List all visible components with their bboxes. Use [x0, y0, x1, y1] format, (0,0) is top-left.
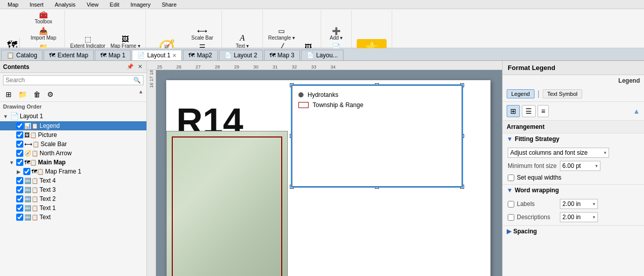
extent-indicator-button[interactable]: ⬚Extent Indicator — [68, 34, 107, 50]
tree-item-mapframe1[interactable]: ▶ 🗺📋 Map Frame 1 — [0, 167, 146, 176]
text-checkbox[interactable] — [16, 214, 23, 221]
set-equal-widths-label: Set equal widths — [517, 174, 561, 181]
tree-item-text1[interactable]: 🔤📋 Text 1 — [0, 203, 146, 213]
tree-item-text4[interactable]: 🔤📋 Text 4 — [0, 176, 146, 185]
close-panel-icon[interactable]: ✕ — [137, 63, 143, 71]
map-frame-button[interactable]: 🖼Map Frame ▾ — [108, 34, 142, 50]
tab-map3[interactable]: 🗺 Map 3 — [264, 50, 300, 60]
tree-item-text2[interactable]: 🔤📋 Text 2 — [0, 194, 146, 203]
tab-catalog[interactable]: 📋 Catalog — [1, 50, 43, 60]
ruler-vertical: 16 17 18 — [147, 70, 156, 276]
arrangement-section-header[interactable]: Arrangement — [503, 121, 644, 133]
picture-checkbox[interactable] — [16, 131, 23, 139]
search-icon: 🔍 — [133, 77, 141, 84]
legend-checkbox[interactable] — [16, 122, 23, 129]
canvas-area[interactable]: 25 26 27 28 29 30 31 32 33 34 16 17 18 R… — [147, 61, 502, 276]
legend-layout-icon2[interactable]: ☰ — [522, 105, 536, 117]
text2-checkbox[interactable] — [16, 195, 23, 202]
tab-share[interactable]: Share — [156, 0, 182, 9]
search-input[interactable] — [6, 77, 133, 84]
tree-item-northarrow[interactable]: 🧭📋 North Arrow — [0, 149, 146, 158]
descriptions-value-select[interactable]: 2.00 in ▾ — [560, 212, 598, 222]
contents-title: Contents — [3, 63, 29, 71]
options-icon[interactable]: ⚙ — [45, 89, 56, 100]
legend-panel-header: Legend — [503, 75, 644, 86]
min-font-size-select[interactable]: 6.00 pt ▾ — [560, 161, 600, 171]
canvas-content[interactable]: R14 — [156, 70, 502, 276]
format-legend-title: Format Legend — [503, 61, 644, 75]
tab-edit[interactable]: Edit — [104, 0, 125, 9]
labels-value-select[interactable]: 2.00 in ▾ — [560, 199, 598, 209]
expand-mainmap[interactable]: ▼ — [8, 160, 15, 165]
fitting-strategy-header[interactable]: ▼ Fitting Strategy — [503, 133, 644, 145]
tree-item-mainmap[interactable]: ▼ 🗺📋 Main Map — [0, 158, 146, 167]
fitting-strategy-content: Adjust columns and font size ▾ Minimum f… — [503, 145, 644, 185]
word-wrapping-header[interactable]: ▼ Word wrapping — [503, 185, 644, 196]
labels-row: Labels 2.00 in ▾ — [508, 199, 639, 209]
expand-mapframe1[interactable]: ▶ — [15, 169, 22, 175]
rectangle-button[interactable]: ▭Rectangle ▾ — [266, 26, 297, 42]
set-equal-widths-row: Set equal widths — [508, 174, 639, 181]
tree-item-picture[interactable]: 🖼📋 Picture — [0, 130, 146, 140]
descriptions-row: Descriptions 2.00 in ▾ — [508, 212, 639, 222]
scalebar-icons: ⟷📋 — [24, 141, 40, 148]
pin-icon[interactable]: 📌 — [126, 63, 135, 71]
text1-checkbox[interactable] — [16, 204, 23, 212]
tab-insert[interactable]: Insert — [24, 0, 49, 9]
tab-map2[interactable]: 🗺 Map2 — [183, 50, 217, 60]
mainmap-checkbox[interactable] — [16, 159, 23, 166]
fitting-strategy-select[interactable]: Adjust columns and font size ▾ — [508, 148, 609, 158]
northarrow-icons: 🧭📋 — [24, 150, 39, 157]
descriptions-checkbox[interactable] — [508, 214, 514, 221]
add-style-button[interactable]: ➕Add ▾ — [327, 26, 345, 42]
tab-extent-map[interactable]: 🗺 Extent Map — [44, 50, 94, 60]
labels-checkbox[interactable] — [508, 201, 514, 208]
text-symbol-tab[interactable]: Text Symbol — [543, 89, 582, 98]
expand-layout1[interactable]: ▼ — [2, 114, 9, 119]
tree-item-text3[interactable]: 🔤📋 Text 3 — [0, 185, 146, 194]
township-label: Township & Range — [313, 101, 363, 109]
mapframe1-checkbox[interactable] — [23, 168, 30, 175]
group-icon[interactable]: 📁 — [16, 89, 29, 100]
tree-item-legend[interactable]: 📊📋 Legend — [0, 121, 146, 130]
legend-layout-icon1[interactable]: ⊞ — [507, 105, 520, 117]
remove-layer-icon[interactable]: 🗑 — [31, 89, 43, 100]
scalebar-checkbox[interactable] — [16, 141, 23, 148]
ribbon: Map Insert Analysis View Edit Imagery Sh… — [0, 0, 644, 48]
tab-layout1[interactable]: 📄 Layout 1 ✕ — [132, 50, 182, 60]
tab-layout-last[interactable]: 📄 Layou... — [301, 50, 344, 60]
tree-item-scalebar[interactable]: ⟷📋 Scale Bar — [0, 140, 146, 149]
legend-item-township: Township & Range — [298, 100, 456, 110]
view-tab-bar: 📋 Catalog 🗺 Extent Map 🗺 Map 1 📄 Layout … — [0, 48, 644, 61]
text3-checkbox[interactable] — [16, 186, 23, 193]
tab-analysis[interactable]: Analysis — [49, 0, 81, 9]
legend-container[interactable]: Hydrotanks Township & Range — [292, 85, 462, 187]
tree-item-layout1[interactable]: ▼ 📄 Layout 1 — [0, 111, 146, 121]
text4-checkbox[interactable] — [16, 177, 23, 184]
tab-layout2[interactable]: 📄 Layout 2 — [219, 50, 263, 60]
text-button[interactable]: AText ▾ — [225, 32, 259, 50]
tab-map[interactable]: Map — [2, 0, 24, 9]
text3-icons: 🔤📋 — [24, 187, 39, 193]
legend-icons: 📊📋 — [24, 123, 39, 129]
tab-imagery[interactable]: Imagery — [125, 0, 157, 9]
legend-tab[interactable]: Legend — [507, 89, 535, 98]
spacing-header[interactable]: ▶ Spacing — [503, 226, 644, 237]
tab-map1[interactable]: 🗺 Map 1 — [95, 50, 131, 60]
toolbox-button[interactable]: 🧰Toolbox — [25, 10, 61, 25]
text-icons: 🔤📋 — [24, 214, 39, 221]
collapse-arrow[interactable]: ▲ — [138, 89, 143, 100]
tree-item-text[interactable]: 🔤📋 Text — [0, 213, 146, 222]
tab-view[interactable]: View — [81, 0, 104, 9]
legend-layout-icon3[interactable]: ≡ — [538, 105, 549, 117]
mainmap-icons: 🗺📋 — [24, 159, 37, 166]
spacing-label: Spacing — [513, 228, 537, 235]
fitting-strategy-row: Adjust columns and font size ▾ — [508, 148, 639, 158]
picture-icons: 🖼📋 — [24, 132, 37, 139]
import-map-button[interactable]: 📥Import Map — [25, 26, 61, 42]
close-layout1-tab[interactable]: ✕ — [172, 53, 176, 58]
northarrow-checkbox[interactable] — [16, 150, 23, 157]
add-layer-icon[interactable]: ⊞ — [3, 89, 14, 100]
set-equal-widths-checkbox[interactable] — [508, 175, 514, 181]
scale-bar-button[interactable]: ⟷Scale Bar — [186, 26, 218, 42]
